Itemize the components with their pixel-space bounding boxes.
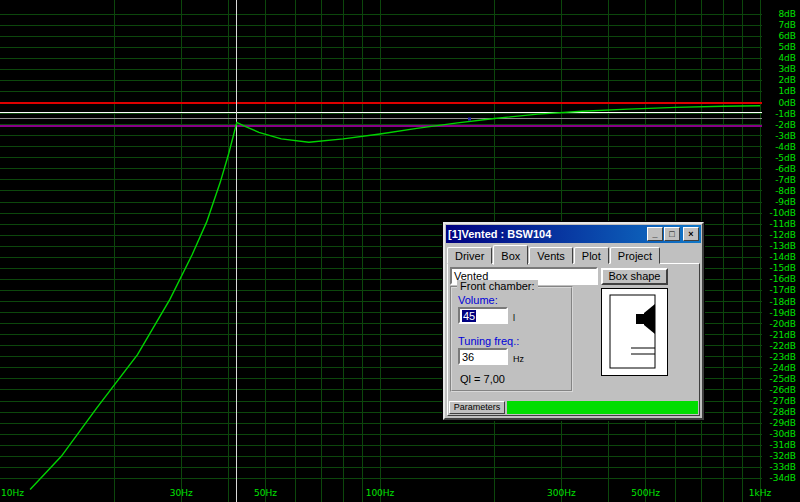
db-axis-label: -13dB (769, 241, 796, 251)
tuning-freq-unit: Hz (513, 354, 524, 364)
db-axis-label: -5dB (775, 153, 796, 163)
db-axis-label: 0dB (778, 98, 796, 108)
db-axis-label: -31dB (769, 440, 796, 450)
tab-project[interactable]: Project (610, 247, 660, 264)
cursor-marker (468, 118, 471, 121)
db-axis-label: 2dB (778, 75, 796, 85)
db-axis-label: -10dB (769, 208, 796, 218)
db-axis-label: -24dB (769, 363, 796, 373)
box-cross-section-drawing (602, 289, 667, 375)
tab-strip: DriverBoxVentsPlotProject (447, 245, 661, 264)
db-axis-label: -19dB (769, 308, 796, 318)
freq-axis-label: 50Hz (254, 488, 277, 498)
dialog-statusbar: Parameters (449, 401, 698, 414)
volume-unit: l (513, 313, 515, 323)
tuning-freq-value: 36 (462, 351, 474, 363)
db-axis-label: -15dB (769, 263, 796, 273)
db-axis-label: -28dB (769, 407, 796, 417)
freq-axis-label: 10Hz (1, 488, 24, 498)
db-axis-label: 3dB (778, 64, 796, 74)
box-shape-button[interactable]: Box shape (601, 268, 668, 285)
db-axis-label: -9dB (775, 197, 796, 207)
minimize-button[interactable]: _ (647, 227, 663, 241)
tab-vents[interactable]: Vents (529, 247, 573, 264)
tab-driver[interactable]: Driver (447, 247, 492, 264)
db-axis-label: 1dB (778, 86, 796, 96)
vented-box-dialog: [1]Vented : BSW104 _ □ × DriverBoxVentsP… (443, 222, 704, 420)
db-axis-label: -21dB (769, 330, 796, 340)
db-axis-label: 4dB (778, 53, 796, 63)
db-axis-label: -23dB (769, 352, 796, 362)
db-axis-label: -34dB (769, 473, 796, 483)
tab-box[interactable]: Box (493, 245, 528, 265)
db-axis-label: -30dB (769, 429, 796, 439)
box-shape-preview (601, 288, 668, 376)
close-button[interactable]: × (683, 227, 699, 241)
volume-input[interactable]: 45 (458, 307, 508, 324)
front-chamber-legend: Front chamber: (457, 280, 538, 292)
db-axis-label: -32dB (769, 451, 796, 461)
db-axis-label: -4dB (775, 142, 796, 152)
db-axis-label: -22dB (769, 341, 796, 351)
db-axis-label: -8dB (775, 186, 796, 196)
db-axis-label: -14dB (769, 252, 796, 262)
db-axis-label: -17dB (769, 285, 796, 295)
db-axis-label: 8dB (778, 9, 796, 19)
db-axis-label: 6dB (778, 31, 796, 41)
freq-axis-label: 1kHz (749, 488, 772, 498)
dialog-titlebar[interactable]: [1]Vented : BSW104 _ □ × (446, 225, 701, 243)
box-tab-panel: Vented Box shape Front chamber: Volume: … (447, 263, 700, 416)
db-axis-label: 5dB (778, 42, 796, 52)
db-axis-label: -6dB (775, 164, 796, 174)
app-screen: 8dB7dB6dB5dB4dB3dB2dB1dB0dB-1dB-2dB-3dB-… (0, 0, 800, 502)
db-axis-label: -12dB (769, 230, 796, 240)
status-progress-bar (507, 401, 698, 414)
tuning-freq-label: Tuning freq.: (458, 335, 519, 347)
maximize-button[interactable]: □ (664, 227, 680, 241)
freq-axis-label: 30Hz (170, 488, 193, 498)
freq-axis-label: 100Hz (366, 488, 395, 498)
db-axis-label: -7dB (775, 175, 796, 185)
db-axis-label: 7dB (778, 20, 796, 30)
dialog-title: [1]Vented : BSW104 (448, 228, 646, 240)
db-axis-label: -33dB (769, 462, 796, 472)
db-axis-label: -27dB (769, 396, 796, 406)
db-axis-label: -20dB (769, 319, 796, 329)
db-axis-label: -29dB (769, 418, 796, 428)
volume-label: Volume: (458, 294, 498, 306)
tab-plot[interactable]: Plot (574, 247, 609, 264)
db-axis-label: -18dB (769, 297, 796, 307)
db-axis-label: -26dB (769, 385, 796, 395)
db-axis-label: -25dB (769, 374, 796, 384)
driver-icon (644, 304, 655, 334)
db-axis-label: -1dB (775, 109, 796, 119)
ql-value: Ql = 7,00 (460, 373, 505, 385)
parameters-button[interactable]: Parameters (449, 401, 505, 414)
cabinet-outline (610, 295, 655, 368)
front-chamber-group: Front chamber: Volume: 45 l Tuning freq.… (450, 286, 573, 392)
db-axis-label: -16dB (769, 274, 796, 284)
db-axis-label: -2dB (775, 120, 796, 130)
freq-axis-label: 300Hz (547, 488, 576, 498)
driver-magnet-icon (636, 314, 644, 324)
db-axis-label: -11dB (769, 219, 796, 229)
freq-axis-label: 500Hz (631, 488, 660, 498)
db-axis-label: -3dB (775, 131, 796, 141)
volume-value: 45 (462, 310, 476, 322)
tuning-freq-input[interactable]: 36 (458, 348, 508, 365)
